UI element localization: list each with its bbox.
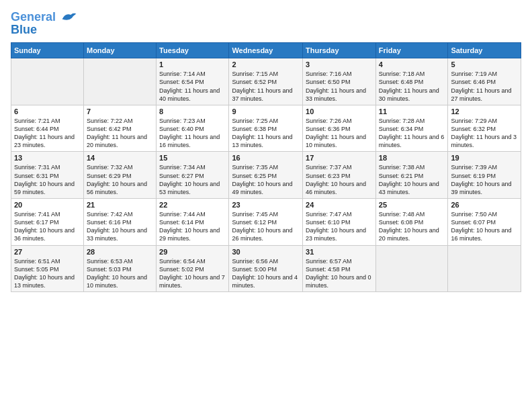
calendar-cell: 11Sunrise: 7:28 AM Sunset: 6:34 PM Dayli…	[375, 105, 448, 152]
day-number: 15	[159, 154, 226, 162]
calendar-cell: 28Sunrise: 6:53 AM Sunset: 5:03 PM Dayli…	[83, 245, 156, 292]
day-info: Sunrise: 7:44 AM Sunset: 6:14 PM Dayligh…	[159, 210, 226, 243]
day-number: 18	[379, 154, 445, 162]
weekday-header-friday: Friday	[375, 43, 448, 58]
day-info: Sunrise: 7:25 AM Sunset: 6:38 PM Dayligh…	[232, 117, 300, 150]
day-info: Sunrise: 7:29 AM Sunset: 6:32 PM Dayligh…	[451, 117, 518, 150]
calendar-cell: 17Sunrise: 7:37 AM Sunset: 6:23 PM Dayli…	[303, 152, 376, 199]
day-info: Sunrise: 7:37 AM Sunset: 6:23 PM Dayligh…	[306, 163, 373, 196]
day-info: Sunrise: 7:48 AM Sunset: 6:08 PM Dayligh…	[379, 210, 445, 243]
day-number: 7	[87, 107, 153, 116]
day-info: Sunrise: 7:16 AM Sunset: 6:50 PM Dayligh…	[306, 70, 373, 103]
day-number: 20	[14, 201, 81, 209]
calendar-cell: 18Sunrise: 7:38 AM Sunset: 6:21 PM Dayli…	[375, 152, 448, 199]
calendar-cell: 6Sunrise: 7:21 AM Sunset: 6:44 PM Daylig…	[11, 105, 84, 152]
day-number: 10	[306, 107, 373, 116]
calendar-row-1: 1Sunrise: 7:14 AM Sunset: 6:54 PM Daylig…	[11, 58, 521, 105]
calendar-cell: 30Sunrise: 6:56 AM Sunset: 5:00 PM Dayli…	[229, 245, 303, 292]
calendar-cell: 4Sunrise: 7:18 AM Sunset: 6:48 PM Daylig…	[375, 58, 448, 105]
calendar-cell: 25Sunrise: 7:48 AM Sunset: 6:08 PM Dayli…	[375, 198, 448, 245]
calendar-cell: 5Sunrise: 7:19 AM Sunset: 6:46 PM Daylig…	[448, 58, 521, 105]
weekday-header-monday: Monday	[83, 43, 156, 58]
day-info: Sunrise: 7:34 AM Sunset: 6:27 PM Dayligh…	[159, 163, 226, 196]
calendar-cell	[375, 245, 448, 292]
calendar-cell: 1Sunrise: 7:14 AM Sunset: 6:54 PM Daylig…	[157, 58, 229, 105]
calendar-cell: 23Sunrise: 7:45 AM Sunset: 6:12 PM Dayli…	[229, 198, 303, 245]
calendar-cell: 3Sunrise: 7:16 AM Sunset: 6:50 PM Daylig…	[303, 58, 376, 105]
day-number: 25	[379, 201, 445, 209]
day-info: Sunrise: 7:23 AM Sunset: 6:40 PM Dayligh…	[159, 117, 226, 150]
day-number: 29	[159, 248, 226, 256]
calendar-cell: 8Sunrise: 7:23 AM Sunset: 6:40 PM Daylig…	[157, 105, 229, 152]
day-number: 1	[159, 60, 226, 68]
day-number: 9	[232, 107, 300, 116]
header: General Blue	[11, 11, 521, 37]
day-number: 17	[306, 154, 373, 162]
calendar-cell: 2Sunrise: 7:15 AM Sunset: 6:52 PM Daylig…	[229, 58, 303, 105]
day-number: 31	[306, 248, 373, 256]
day-info: Sunrise: 7:31 AM Sunset: 6:31 PM Dayligh…	[14, 163, 81, 196]
calendar-cell: 26Sunrise: 7:50 AM Sunset: 6:07 PM Dayli…	[448, 198, 521, 245]
day-number: 2	[232, 60, 300, 68]
day-number: 4	[379, 60, 445, 68]
day-info: Sunrise: 7:18 AM Sunset: 6:48 PM Dayligh…	[379, 70, 445, 103]
weekday-header-saturday: Saturday	[448, 43, 521, 58]
day-info: Sunrise: 7:22 AM Sunset: 6:42 PM Dayligh…	[87, 117, 153, 150]
calendar-cell: 27Sunrise: 6:51 AM Sunset: 5:05 PM Dayli…	[11, 245, 84, 292]
calendar-cell	[83, 58, 156, 105]
day-number: 19	[451, 154, 518, 162]
day-info: Sunrise: 6:53 AM Sunset: 5:03 PM Dayligh…	[87, 257, 153, 290]
calendar-cell: 20Sunrise: 7:41 AM Sunset: 6:17 PM Dayli…	[11, 198, 84, 245]
calendar-cell: 9Sunrise: 7:25 AM Sunset: 6:38 PM Daylig…	[229, 105, 303, 152]
day-number: 30	[232, 248, 300, 256]
logo-text: General	[11, 11, 77, 24]
calendar-cell: 15Sunrise: 7:34 AM Sunset: 6:27 PM Dayli…	[157, 152, 229, 199]
calendar-cell: 21Sunrise: 7:42 AM Sunset: 6:16 PM Dayli…	[83, 198, 156, 245]
day-info: Sunrise: 7:38 AM Sunset: 6:21 PM Dayligh…	[379, 163, 445, 196]
calendar-cell: 13Sunrise: 7:31 AM Sunset: 6:31 PM Dayli…	[11, 152, 84, 199]
day-number: 11	[379, 107, 445, 116]
weekday-header-thursday: Thursday	[303, 43, 376, 58]
calendar-cell: 10Sunrise: 7:26 AM Sunset: 6:36 PM Dayli…	[303, 105, 376, 152]
day-number: 27	[14, 248, 81, 256]
calendar-cell: 16Sunrise: 7:35 AM Sunset: 6:25 PM Dayli…	[229, 152, 303, 199]
weekday-header-row: SundayMondayTuesdayWednesdayThursdayFrid…	[11, 43, 521, 58]
logo: General Blue	[11, 11, 77, 37]
day-number: 26	[451, 201, 518, 209]
day-info: Sunrise: 6:54 AM Sunset: 5:02 PM Dayligh…	[159, 257, 226, 290]
day-info: Sunrise: 7:21 AM Sunset: 6:44 PM Dayligh…	[14, 117, 81, 150]
page: General Blue SundayMondayTuesdayWednesda…	[0, 0, 532, 411]
calendar-cell	[11, 58, 84, 105]
calendar-row-4: 20Sunrise: 7:41 AM Sunset: 6:17 PM Dayli…	[11, 198, 521, 245]
calendar-row-5: 27Sunrise: 6:51 AM Sunset: 5:05 PM Dayli…	[11, 245, 521, 292]
weekday-header-sunday: Sunday	[11, 43, 84, 58]
day-info: Sunrise: 6:51 AM Sunset: 5:05 PM Dayligh…	[14, 257, 81, 290]
day-number: 12	[451, 107, 518, 116]
day-number: 5	[451, 60, 518, 68]
day-info: Sunrise: 7:41 AM Sunset: 6:17 PM Dayligh…	[14, 210, 81, 243]
day-info: Sunrise: 7:50 AM Sunset: 6:07 PM Dayligh…	[451, 210, 518, 243]
calendar-cell: 7Sunrise: 7:22 AM Sunset: 6:42 PM Daylig…	[83, 105, 156, 152]
weekday-header-wednesday: Wednesday	[229, 43, 303, 58]
day-info: Sunrise: 7:32 AM Sunset: 6:29 PM Dayligh…	[87, 163, 153, 196]
calendar-cell: 19Sunrise: 7:39 AM Sunset: 6:19 PM Dayli…	[448, 152, 521, 199]
day-number: 22	[159, 201, 226, 209]
calendar-cell: 24Sunrise: 7:47 AM Sunset: 6:10 PM Dayli…	[303, 198, 376, 245]
day-info: Sunrise: 7:14 AM Sunset: 6:54 PM Dayligh…	[159, 70, 226, 103]
calendar-cell: 22Sunrise: 7:44 AM Sunset: 6:14 PM Dayli…	[157, 198, 229, 245]
day-number: 24	[306, 201, 373, 209]
day-number: 28	[87, 248, 153, 256]
day-info: Sunrise: 7:39 AM Sunset: 6:19 PM Dayligh…	[451, 163, 518, 196]
day-number: 16	[232, 154, 300, 162]
day-number: 14	[87, 154, 153, 162]
calendar-cell	[448, 245, 521, 292]
day-number: 23	[232, 201, 300, 209]
calendar-cell: 12Sunrise: 7:29 AM Sunset: 6:32 PM Dayli…	[448, 105, 521, 152]
logo-blue: Blue	[11, 23, 77, 37]
day-number: 6	[14, 107, 81, 116]
day-info: Sunrise: 7:45 AM Sunset: 6:12 PM Dayligh…	[232, 210, 300, 243]
calendar-cell: 29Sunrise: 6:54 AM Sunset: 5:02 PM Dayli…	[157, 245, 229, 292]
day-info: Sunrise: 7:28 AM Sunset: 6:34 PM Dayligh…	[379, 117, 445, 150]
day-info: Sunrise: 6:57 AM Sunset: 4:58 PM Dayligh…	[306, 257, 373, 290]
day-number: 13	[14, 154, 81, 162]
